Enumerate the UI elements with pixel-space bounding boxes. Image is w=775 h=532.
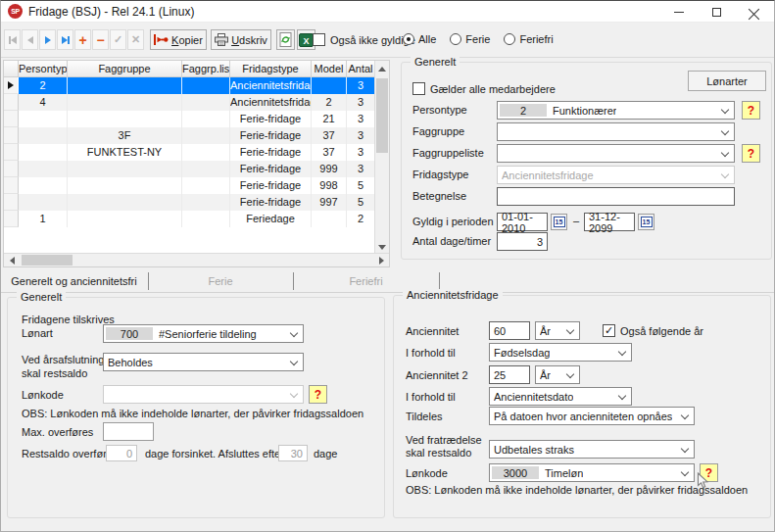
gyldig-fra-input[interactable]: 01-01-2010: [497, 213, 548, 231]
fratraedelse-combo[interactable]: Udbetales straks: [489, 440, 695, 459]
close-button[interactable]: [735, 1, 772, 23]
header-fridagstype[interactable]: Fridagstype: [230, 61, 312, 76]
table-row[interactable]: 4 Anciennitetsfridage 2 3: [4, 94, 374, 111]
persontype-combo[interactable]: 2 Funktionærer: [497, 101, 735, 120]
betegnelse-input[interactable]: [497, 187, 735, 206]
table-row[interactable]: Ferie-fridage 999 3: [4, 161, 374, 177]
row-selector[interactable]: [4, 127, 19, 144]
row-selector[interactable]: [4, 144, 19, 161]
row-selector[interactable]: [4, 177, 19, 194]
cell-fridagstype: Ferie-fridage: [230, 127, 312, 144]
table-row[interactable]: Ferie-fridage 998 5: [4, 177, 374, 194]
cancel-button[interactable]: ✕: [127, 29, 144, 50]
anciennitet2-unit-combo[interactable]: År: [535, 365, 580, 384]
faggruppe-combo[interactable]: [497, 122, 735, 141]
tildeles-combo[interactable]: På datoen hvor ancienniteten opnåes: [489, 407, 695, 425]
header-antal[interactable]: Antal: [347, 61, 374, 76]
cell-fridagstype: Ferie-fridage: [230, 177, 312, 194]
gaelder-alle-checkbox[interactable]: [412, 82, 425, 95]
faggruppeliste-combo[interactable]: [497, 144, 735, 163]
table-row[interactable]: 2 Anciennitetsfridage 3: [4, 77, 374, 94]
refresh-button[interactable]: [276, 29, 295, 50]
scroll-left-button[interactable]: [4, 254, 20, 266]
header-faggruppe[interactable]: Faggruppe: [68, 61, 182, 76]
table-row[interactable]: 3F Ferie-fridage 37 3: [4, 127, 374, 144]
first-record-button[interactable]: [4, 29, 21, 50]
table-row[interactable]: FUNKTEST-NY Ferie-fridage 37 3: [4, 144, 374, 161]
scroll-up-button[interactable]: [375, 61, 389, 76]
restsaldo-dage-input[interactable]: 0: [106, 445, 137, 461]
delete-record-button[interactable]: −: [92, 29, 109, 50]
row-selector[interactable]: [4, 161, 19, 177]
row-selector[interactable]: [4, 94, 19, 111]
i-forhold-til2-combo[interactable]: Anciennitetsdato: [489, 387, 632, 406]
minimize-button[interactable]: [660, 1, 698, 23]
previous-record-button[interactable]: [22, 29, 38, 50]
chevron-down-icon: [290, 390, 298, 398]
table-row[interactable]: Ferie-fridage 997 5: [4, 194, 374, 211]
next-record-button[interactable]: [39, 29, 56, 50]
print-button[interactable]: Udskriv: [211, 29, 271, 50]
header-faggrp-liste[interactable]: Faggrp.liste: [182, 61, 230, 76]
tab-generelt-og-anciennitetsfri[interactable]: Generelt og anciennitetsfri: [1, 269, 147, 292]
cell-model: 2: [312, 94, 347, 111]
last-record-button[interactable]: [57, 29, 73, 50]
tab-ferie[interactable]: Ferie: [149, 269, 292, 292]
maximize-button[interactable]: [698, 1, 735, 23]
scroll-right-button[interactable]: [373, 254, 389, 266]
ogsaa-ikke-gyldige-checkbox[interactable]: [313, 33, 325, 46]
max-overfores-input[interactable]: [103, 422, 154, 441]
antal-dage-input[interactable]: 3: [497, 232, 548, 251]
header-selector[interactable]: [4, 61, 19, 76]
anciennitet2-input[interactable]: 25: [489, 365, 530, 384]
radio-feriefri[interactable]: Feriefri: [504, 33, 553, 45]
ogsaa-folgende-checkbox[interactable]: ✓: [603, 324, 615, 337]
gyldig-til-input[interactable]: 31-12-2099: [584, 213, 635, 231]
row-selector[interactable]: [4, 211, 19, 227]
cell-faggrp-liste: [182, 194, 230, 211]
first-icon: [9, 36, 17, 44]
horizontal-scroll-thumb[interactable]: [22, 255, 73, 266]
gaelder-alle-row: Gælder alle medarbejdere: [412, 82, 556, 95]
accept-button[interactable]: ✓: [110, 29, 126, 50]
header-persontype[interactable]: Persontype: [19, 61, 68, 76]
fridagstype-value: Anciennitetsfridage: [502, 169, 594, 181]
faggruppeliste-help-button[interactable]: ?: [742, 144, 760, 163]
anciennitet-unit-combo[interactable]: År: [535, 321, 580, 340]
chevron-down-icon: [681, 468, 689, 476]
lonarter-button[interactable]: Lønarter: [688, 71, 766, 91]
betegnelse-label: Betegnelse: [412, 190, 466, 202]
fratraedelse-label-line1: Ved fratrædelse: [406, 434, 482, 446]
restsaldo-max-input[interactable]: 30: [278, 445, 308, 461]
header-model[interactable]: Model: [312, 61, 347, 76]
table-row[interactable]: Ferie-fridage 21 3: [4, 111, 374, 127]
row-selector[interactable]: [4, 77, 19, 94]
add-record-button[interactable]: +: [74, 29, 91, 50]
lonart-combo[interactable]: 700 #Seniorferie tildeling: [103, 324, 304, 343]
vertical-scrollbar[interactable]: [374, 61, 389, 255]
cell-model: 997: [312, 194, 347, 211]
next-icon: [45, 36, 51, 44]
row-selector[interactable]: [4, 194, 19, 211]
aarsafslutning-combo[interactable]: Beholdes: [103, 353, 304, 371]
lonkode-help-button[interactable]: ?: [309, 385, 327, 404]
radio-ferie[interactable]: Ferie: [450, 33, 490, 45]
persontype-help-button[interactable]: ?: [742, 101, 760, 120]
horizontal-scrollbar[interactable]: [4, 253, 389, 266]
anciennitet-input[interactable]: 60: [489, 321, 530, 340]
copy-button[interactable]: Kopier: [150, 29, 207, 50]
vertical-scroll-thumb[interactable]: [376, 78, 388, 153]
cell-antal: 3: [347, 144, 374, 161]
table-row[interactable]: 1 Feriedage 2: [4, 211, 374, 227]
lonkode2-combo[interactable]: 3000 Timeløn: [489, 463, 695, 482]
radio-alle[interactable]: Alle: [403, 33, 436, 45]
row-selector[interactable]: [4, 111, 19, 127]
cell-fridagstype: Anciennitetsfridage: [230, 77, 312, 94]
fridagstype-combo[interactable]: Anciennitetsfridage: [497, 166, 735, 184]
lonkode-combo[interactable]: [103, 385, 304, 404]
i-forhold-til-combo[interactable]: Fødselsdag: [489, 343, 632, 362]
chevron-down-icon: [721, 170, 729, 178]
gyldig-fra-calendar-button[interactable]: 15: [551, 214, 567, 230]
title-bar[interactable]: SP Fridage (BSJ) - Rel 24.1 (Linux): [1, 1, 774, 23]
gyldig-til-calendar-button[interactable]: 15: [638, 214, 654, 230]
